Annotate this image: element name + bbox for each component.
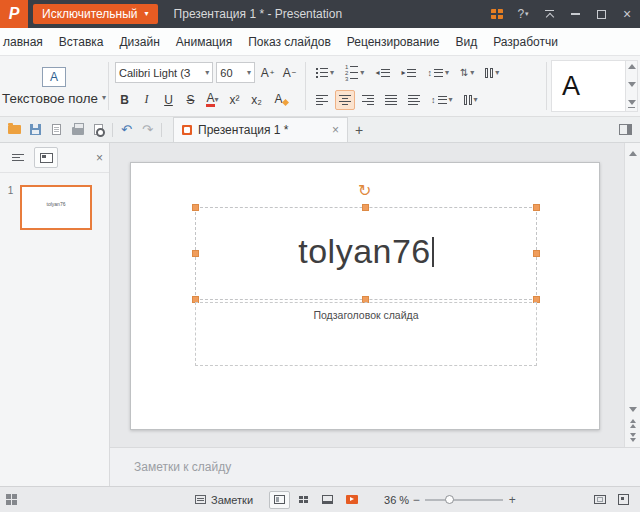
close-tab-button[interactable]: × (332, 123, 339, 137)
tab-review[interactable]: Рецензирование (339, 35, 448, 49)
slides-view-tab[interactable] (34, 147, 58, 168)
decrease-font-size-button[interactable]: A− (280, 63, 299, 83)
normal-view-button[interactable] (269, 491, 290, 509)
font-color-icon: A (206, 93, 214, 107)
tab-design[interactable]: Дизайн (111, 35, 167, 49)
rotate-handle[interactable]: ↻ (358, 183, 371, 199)
paragraph-spacing-button[interactable]: ▾ (427, 90, 457, 110)
outline-view-tab[interactable] (6, 147, 30, 168)
textbox-group: A Текстовое поле▾ (2, 58, 106, 114)
clear-format-button[interactable]: A (269, 90, 288, 110)
subscript-button[interactable]: x₂ (247, 90, 266, 110)
gallery-more-button[interactable] (628, 100, 636, 108)
font-size-select[interactable]: 60▾ (216, 62, 255, 83)
bold-button[interactable]: B (115, 90, 134, 110)
increase-font-size-button[interactable]: A+ (258, 63, 277, 83)
previous-slide-button[interactable] (625, 416, 640, 430)
superscript-button[interactable]: x² (225, 90, 244, 110)
align-left-button[interactable] (312, 90, 332, 110)
scroll-down-button[interactable] (625, 402, 640, 416)
strikethrough-button[interactable]: S (181, 90, 200, 110)
undo-button[interactable]: ↶ (116, 119, 137, 141)
slideshow-button[interactable] (341, 491, 362, 509)
justify-button[interactable] (381, 90, 401, 110)
next-slide-button[interactable] (625, 430, 640, 444)
wordart-style-plain[interactable]: A (552, 61, 590, 111)
application-window: P Исключительный ▾ Презентация 1 * - Pre… (0, 0, 640, 512)
align-right-button[interactable] (358, 90, 378, 110)
text-direction-button[interactable]: ▾ (456, 63, 478, 83)
new-tab-button[interactable]: + (348, 119, 370, 141)
tab-insert[interactable]: Вставка (51, 35, 112, 49)
slide-layout-icon[interactable] (6, 494, 17, 505)
save-button[interactable] (25, 119, 46, 141)
gallery-scroll-up-button[interactable] (628, 64, 636, 69)
task-pane-toggle-button[interactable] (615, 119, 636, 141)
close-panel-button[interactable]: × (96, 151, 103, 165)
subtitle-placeholder[interactable]: Подзаголовок слайда (195, 302, 537, 366)
italic-button[interactable]: I (137, 90, 156, 110)
fullscreen-button[interactable] (613, 491, 634, 509)
collapse-ribbon-button[interactable] (536, 0, 562, 28)
chevron-down-icon: ▾ (474, 96, 478, 104)
zoom-slider-track[interactable] (425, 499, 503, 501)
print-button[interactable] (67, 119, 88, 141)
notes-toggle-button[interactable]: Заметки (195, 494, 253, 506)
insert-textbox-button[interactable]: A Текстовое поле▾ (2, 67, 106, 106)
slide-sorter-view-button[interactable] (293, 491, 314, 509)
zoom-out-button[interactable]: − (409, 493, 423, 507)
thumbnail-title-text: tolyan76 (47, 202, 66, 207)
chevron-down-icon: ▾ (525, 10, 529, 18)
help-button[interactable]: ?▾ (510, 0, 536, 28)
line-spacing-button[interactable]: ▾ (423, 63, 453, 83)
font-color-button[interactable]: A▾ (203, 90, 222, 110)
export-pdf-button[interactable] (46, 119, 67, 141)
align-center-button[interactable] (335, 90, 355, 110)
slide-thumbnail[interactable]: tolyan76 (20, 185, 92, 230)
chevron-down-icon: ▾ (449, 96, 453, 104)
tab-view[interactable]: Вид (447, 35, 485, 49)
notes-pane[interactable]: Заметки к слайду (110, 447, 640, 486)
redo-button[interactable]: ↷ (137, 119, 158, 141)
print-preview-button[interactable] (88, 119, 109, 141)
open-file-button[interactable] (4, 119, 25, 141)
bullet-list-button[interactable]: ▾ (312, 63, 338, 83)
numbered-list-button[interactable]: ▾ (341, 63, 368, 83)
zoom-in-button[interactable]: + (505, 493, 519, 507)
columns-button[interactable]: ▾ (460, 90, 482, 110)
close-button[interactable]: × (614, 0, 640, 28)
zoom-level[interactable]: 36 % (384, 494, 409, 506)
underline-button[interactable]: U (159, 90, 178, 110)
increase-indent-button[interactable] (397, 63, 420, 83)
chevron-down-icon: ▾ (215, 96, 219, 104)
scroll-up-button[interactable] (625, 146, 640, 160)
maximize-button[interactable] (588, 0, 614, 28)
tab-animation[interactable]: Анимация (168, 35, 240, 49)
resize-handle-nw[interactable] (192, 204, 199, 211)
slide-title-text[interactable]: tolyan76 (196, 232, 536, 271)
account-button[interactable]: Исключительный ▾ (33, 4, 158, 24)
app-logo[interactable]: P (0, 0, 28, 28)
document-tab[interactable]: Презентация 1 * × (173, 117, 348, 142)
resize-handle-ne[interactable] (533, 204, 540, 211)
minimize-button[interactable] (562, 0, 588, 28)
zoom-slider-handle[interactable] (445, 495, 454, 504)
reading-view-button[interactable] (317, 491, 338, 509)
font-name-select[interactable]: Calibri Light (З▾ (115, 62, 213, 83)
decrease-indent-button[interactable] (371, 63, 394, 83)
tab-slideshow[interactable]: Показ слайдов (240, 35, 339, 49)
vertical-scrollbar[interactable] (624, 143, 640, 447)
increase-indent-icon (401, 68, 416, 77)
gallery-scroll-down-button[interactable] (628, 82, 636, 87)
zoom-slider[interactable] (425, 491, 503, 509)
tab-developer[interactable]: Разработчи (485, 35, 566, 49)
tab-home[interactable]: лавная (0, 35, 51, 49)
fit-slide-button[interactable] (589, 491, 610, 509)
slide-canvas[interactable]: ↻ tolyan76 Подзаголовок сл (130, 162, 600, 430)
arrow-down-icon (628, 82, 636, 87)
premium-button[interactable] (484, 0, 510, 28)
distribute-button[interactable] (404, 90, 424, 110)
resize-handle-n[interactable] (362, 204, 369, 211)
borders-button[interactable]: ▾ (481, 63, 503, 83)
title-placeholder[interactable]: ↻ tolyan76 (195, 207, 537, 300)
